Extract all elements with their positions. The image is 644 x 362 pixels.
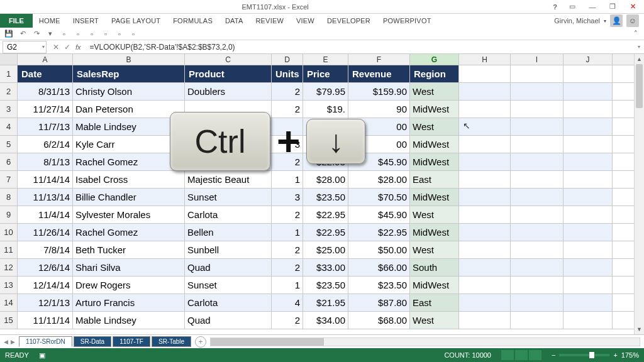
cell[interactable] — [564, 294, 613, 311]
cell-salesrep[interactable]: Isabel Cross — [73, 171, 185, 188]
cell-units[interactable]: 2 — [272, 312, 303, 329]
cell-units[interactable]: 4 — [272, 294, 303, 311]
cell[interactable] — [564, 65, 613, 82]
cell-revenue[interactable]: $22.95 — [348, 224, 410, 241]
row-header[interactable]: 6 — [0, 153, 18, 170]
row-header[interactable]: 4 — [0, 118, 18, 135]
cell-price[interactable]: $21.95 — [303, 294, 348, 311]
cell-date[interactable]: 12/14/14 — [18, 277, 73, 293]
formula-input[interactable]: =VLOOKUP(B2,'SR-Data'!$A$2:$B$73,2,0) — [87, 43, 634, 52]
collapse-ribbon-icon[interactable]: ˄ — [634, 30, 640, 38]
tab-review[interactable]: REVIEW — [249, 14, 290, 28]
cell[interactable] — [511, 206, 564, 223]
tab-home[interactable]: HOME — [33, 14, 67, 28]
cell[interactable] — [511, 83, 564, 100]
cell-revenue[interactable]: $87.80 — [348, 294, 410, 311]
cell-product[interactable]: Quad — [185, 312, 272, 329]
enter-icon[interactable]: ✓ — [64, 43, 70, 52]
qat-item-icon[interactable]: ▫ — [101, 29, 111, 39]
cell-date[interactable]: 11/4/14 — [18, 206, 73, 223]
cell[interactable] — [511, 118, 564, 135]
cell-region[interactable]: West — [410, 83, 459, 100]
qat-item-icon[interactable]: ▫ — [59, 29, 69, 39]
row-header[interactable]: 12 — [0, 259, 18, 276]
qat-item-icon[interactable]: ▫ — [87, 29, 97, 39]
col-header-B[interactable]: B — [73, 54, 185, 65]
cell-units[interactable]: 1 — [272, 277, 303, 293]
cell[interactable] — [511, 136, 564, 153]
cell-salesrep[interactable]: Mable Lindsey — [73, 312, 185, 329]
cell-product[interactable]: Sunset — [185, 277, 272, 293]
view-switcher[interactable] — [501, 350, 541, 360]
help-icon[interactable]: ? — [550, 3, 560, 11]
cell[interactable] — [459, 206, 511, 223]
cell-revenue[interactable]: $50.00 — [348, 241, 410, 258]
cell-revenue[interactable]: 00 — [348, 118, 410, 135]
scroll-down-icon[interactable]: ▼ — [635, 324, 644, 334]
cell-date[interactable]: 11/7/13 — [18, 118, 73, 135]
cell[interactable] — [511, 153, 564, 170]
cell-units[interactable]: 2 — [272, 241, 303, 258]
qat-item-icon[interactable]: ▫ — [73, 29, 83, 39]
cell-price[interactable]: $23.50 — [303, 277, 348, 293]
cell-region[interactable]: MidWest — [410, 224, 459, 241]
cell-salesrep[interactable]: Drew Rogers — [73, 277, 185, 293]
row-header[interactable]: 11 — [0, 241, 18, 258]
tab-developer[interactable]: DEVELOPER — [321, 14, 377, 28]
cell[interactable] — [564, 189, 613, 206]
cell[interactable] — [511, 65, 564, 82]
zoom-slider[interactable] — [559, 354, 609, 356]
cell[interactable] — [459, 136, 511, 153]
cell[interactable] — [511, 101, 564, 118]
sheet-tab[interactable]: 1107-TF — [113, 336, 150, 347]
cell[interactable] — [459, 65, 511, 82]
cell-price[interactable]: $28.00 — [303, 171, 348, 188]
cell-price[interactable]: $19. — [303, 101, 348, 118]
cell-region[interactable]: West — [410, 312, 459, 329]
cell[interactable] — [564, 259, 613, 276]
col-header-G[interactable]: G — [410, 54, 459, 65]
cell-date[interactable]: 11/11/14 — [18, 312, 73, 329]
cell[interactable] — [511, 277, 564, 293]
cell-region[interactable]: MidWest — [410, 277, 459, 293]
cell[interactable] — [511, 294, 564, 311]
cell[interactable] — [459, 277, 511, 293]
cell[interactable] — [564, 206, 613, 223]
cell-units[interactable]: 3 — [272, 189, 303, 206]
cell-salesrep[interactable]: Mable Lindsey — [73, 118, 185, 135]
cell[interactable] — [564, 101, 613, 118]
cell-price[interactable]: $34.00 — [303, 312, 348, 329]
scroll-up-icon[interactable]: ▲ — [635, 54, 644, 64]
add-sheet-button[interactable]: + — [195, 336, 206, 348]
cell-price[interactable]: $79.95 — [303, 83, 348, 100]
account-area[interactable]: Girvin, Michael ▾ 👤 ☺ — [554, 14, 644, 28]
undo-icon[interactable]: ↶ — [18, 29, 28, 39]
col-header-I[interactable]: I — [511, 54, 564, 65]
cell-units[interactable]: 2 — [272, 206, 303, 223]
row-header[interactable]: 3 — [0, 101, 18, 118]
chevron-down-icon[interactable]: ▾ — [42, 44, 45, 50]
cell-revenue[interactable]: 90 — [348, 101, 410, 118]
cell-region[interactable]: MidWest — [410, 153, 459, 170]
cell[interactable] — [511, 241, 564, 258]
zoom-in-icon[interactable]: + — [613, 351, 617, 359]
cell-product[interactable]: Sunset — [185, 189, 272, 206]
cell-product[interactable]: Carlota — [185, 153, 272, 170]
page-break-view-icon[interactable] — [529, 350, 541, 360]
col-header-J[interactable]: J — [564, 54, 613, 65]
sheet-nav-prev-icon[interactable]: ◀ — [4, 339, 8, 345]
cell-product[interactable] — [185, 136, 272, 153]
tab-page-layout[interactable]: PAGE LAYOUT — [105, 14, 167, 28]
cell-revenue[interactable]: $159.90 — [348, 83, 410, 100]
cell-revenue[interactable]: 00 — [348, 136, 410, 153]
cell[interactable] — [459, 171, 511, 188]
header-salesrep[interactable]: SalesRep — [73, 65, 185, 82]
expand-formula-bar-icon[interactable]: ▾ — [634, 44, 644, 50]
cell-date[interactable]: 12/6/14 — [18, 259, 73, 276]
row-header[interactable]: 10 — [0, 224, 18, 241]
restore-button[interactable]: ❐ — [605, 1, 620, 13]
col-header-E[interactable]: E — [303, 54, 348, 65]
sheet-nav-next-icon[interactable]: ▶ — [11, 339, 15, 345]
sheet-tab[interactable]: SR-Data — [74, 336, 111, 347]
cell-region[interactable]: West — [410, 241, 459, 258]
